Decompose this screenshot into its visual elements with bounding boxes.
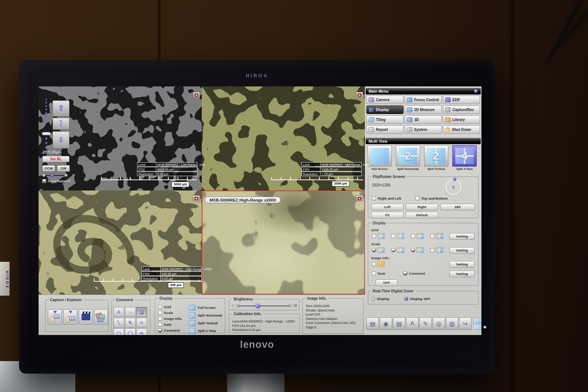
menu-button-camera[interactable]: Camera	[366, 96, 404, 104]
rotation-dial-knob[interactable]	[453, 177, 456, 181]
capture-save-button[interactable]	[63, 309, 77, 325]
rotation-slider-stop[interactable]	[64, 174, 68, 177]
rotate-180-button[interactable]: 180	[440, 204, 475, 210]
flip-top-bottom-option[interactable]: Top and Bottom	[415, 196, 448, 200]
view-split-vertical[interactable]: 2Split Vertical	[423, 145, 449, 171]
grid-setting-button[interactable]: Setting	[449, 233, 474, 240]
view-full-screen[interactable]: Full Screen	[189, 305, 216, 311]
grid-view1-checkbox[interactable]	[372, 234, 376, 238]
help-orb-icon[interactable]	[474, 89, 478, 93]
display-radio[interactable]	[371, 297, 375, 301]
capture-camera-icon[interactable]	[356, 92, 363, 98]
annotate-icon[interactable]: A	[406, 317, 419, 330]
comment-checkbox[interactable]	[158, 328, 162, 332]
hand-capture-icon[interactable]: ✎	[419, 317, 432, 330]
capture-still-button[interactable]	[48, 309, 62, 325]
rotate-right-button[interactable]: Right	[406, 204, 438, 210]
record-movie-button[interactable]	[79, 309, 93, 325]
view-split-4[interactable]: 4Split 4 View	[189, 328, 216, 334]
grid-checkbox[interactable]	[158, 305, 162, 309]
rotate-ccw-button[interactable]: CCW	[42, 165, 55, 172]
menu-button-edp[interactable]: EDP	[443, 96, 480, 104]
digital-zoom-off-option[interactable]: Display OFF	[404, 297, 430, 301]
comment-setting-button[interactable]: Setting	[449, 271, 474, 277]
printer-icon[interactable]: ▥	[446, 317, 458, 330]
lamp-icon[interactable]: ◉	[380, 317, 392, 330]
export-icon[interactable]: ↪	[459, 317, 472, 330]
grid-option[interactable]: Grid	[158, 305, 171, 309]
view-split-horizontal[interactable]: 2Split Horizontal	[189, 313, 222, 318]
z-step-down-strip[interactable]: ▼ ▼ ▼ ▼ ▼	[43, 136, 50, 158]
image-info-setting-button[interactable]: Setting	[449, 261, 474, 268]
display-off-radio[interactable]	[404, 297, 408, 301]
scale-view4-checkbox[interactable]	[430, 248, 434, 252]
z-up-down-step-button[interactable]: ⇧⇩	[53, 118, 69, 130]
album-icon[interactable]: ▧	[393, 317, 405, 330]
menu-button-3d[interactable]: 3D	[405, 115, 442, 124]
scale-view1-checkbox[interactable]	[372, 248, 376, 252]
multi-capture-icon[interactable]: ▤	[366, 317, 379, 330]
stamp-tool-icon[interactable]: ✑	[136, 328, 147, 335]
scale-view2-checkbox[interactable]	[391, 248, 395, 252]
grid-view3-checkbox[interactable]	[411, 234, 415, 238]
menu-button-focus-control[interactable]: Focus Control	[405, 96, 442, 104]
flip-right-left-option[interactable]: Right and Left	[372, 196, 401, 200]
default-button[interactable]: Default	[406, 212, 438, 218]
image-explorer-button[interactable]	[94, 309, 108, 325]
scale-view3-checkbox[interactable]	[411, 248, 415, 252]
menu-button-shut-down[interactable]: Shut Down	[443, 125, 480, 134]
date-option[interactable]: Date	[372, 271, 386, 275]
menu-button-tiling[interactable]: Tiling	[366, 115, 404, 124]
rotate-cw-button[interactable]: CW	[57, 165, 70, 172]
view-split-4[interactable]: 4Split 4 View	[451, 145, 478, 171]
menu-button-system[interactable]: System	[405, 125, 442, 134]
z-up-fast-button[interactable]: ⇧	[53, 100, 69, 117]
menu-button-library[interactable]: Library	[443, 115, 480, 124]
note-tool-icon[interactable]: ◪	[136, 307, 147, 317]
overlay-off-button[interactable]: OFF	[376, 279, 398, 286]
comment-checkbox[interactable]	[403, 271, 407, 275]
comment-option[interactable]: Comment	[403, 271, 425, 275]
fit-button[interactable]: Fit	[371, 212, 404, 218]
flip-top-bottom-checkbox[interactable]	[415, 196, 419, 200]
brightness-knob[interactable]	[256, 304, 260, 308]
comment-option[interactable]: Comment	[158, 328, 180, 332]
capture-camera-icon[interactable]	[356, 195, 363, 201]
rotate-left-button[interactable]: Left	[371, 204, 404, 210]
text-tool-icon[interactable]: A	[114, 307, 124, 317]
menu-button-2d-measure[interactable]: 2D Measure	[405, 106, 442, 114]
lens-icon[interactable]: ◎	[433, 317, 445, 330]
set-bl-button[interactable]: Set BL	[42, 156, 69, 162]
menu-button-report[interactable]: Report	[366, 125, 404, 134]
viewport-high-range-2000-selected[interactable]	[202, 190, 365, 295]
capture-camera-icon[interactable]	[193, 195, 200, 201]
z-slider-knob[interactable]	[42, 132, 51, 135]
rotation-slider-track[interactable]	[44, 175, 67, 176]
image-info-option[interactable]: Image Info.	[158, 317, 182, 321]
fixed-rotation-checkbox[interactable]	[42, 179, 46, 183]
scale-option[interactable]: Scale	[158, 311, 173, 315]
view-split-vertical[interactable]: 2Split Vertical	[189, 320, 218, 326]
date-checkbox[interactable]	[372, 271, 376, 275]
arrow-tool-icon[interactable]: →	[125, 307, 136, 317]
image-info-checkbox[interactable]	[372, 262, 376, 266]
freehand-tool-icon[interactable]: ∿	[136, 318, 147, 328]
menu-button-display[interactable]: Display	[366, 106, 404, 114]
rotation-slider-knob[interactable]	[50, 174, 54, 177]
line-tool-icon[interactable]: ╲	[114, 318, 124, 328]
grid-view2-checkbox[interactable]	[391, 234, 395, 238]
date-option[interactable]: Date	[158, 322, 172, 327]
rotation-dial[interactable]: 0	[445, 179, 462, 196]
scale-setting-button[interactable]: Setting	[449, 247, 474, 254]
circle-tool-icon[interactable]: ◯	[125, 328, 136, 335]
pen-tool-icon[interactable]: ✎	[125, 318, 136, 328]
image-info-checkbox[interactable]	[158, 317, 162, 321]
split-view-widget[interactable]	[473, 318, 481, 330]
z-step-up-strip[interactable]: ▲ ▲ ▲ ▲ ▲ ▲ ▲	[43, 97, 50, 121]
grid-view4-checkbox[interactable]	[430, 234, 434, 238]
view-split-horizontal[interactable]: 2Split Horizontal	[395, 145, 421, 171]
brightness-track[interactable]	[238, 306, 290, 306]
scale-checkbox[interactable]	[158, 311, 162, 315]
rotation-slider-stop[interactable]	[42, 174, 46, 177]
fixed-rotation-option[interactable]: Fixed Rotation	[42, 179, 71, 183]
